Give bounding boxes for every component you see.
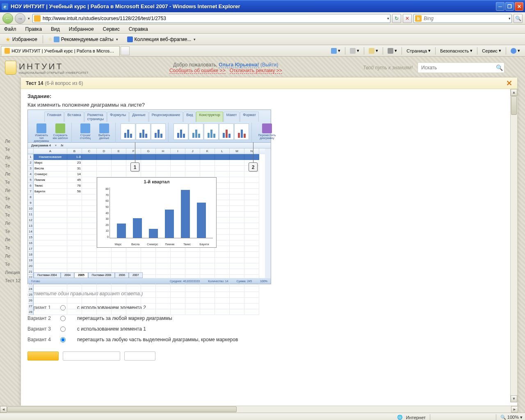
test-title: Тест 14 bbox=[26, 80, 43, 86]
modal-close-button[interactable]: ✕ bbox=[506, 79, 512, 88]
new-tab-button[interactable] bbox=[121, 46, 130, 55]
switch-icon bbox=[80, 123, 90, 133]
grid-icon bbox=[99, 123, 109, 133]
feeds-button[interactable]: ▾ bbox=[348, 47, 361, 55]
logout-link[interactable]: (Выйти) bbox=[260, 62, 278, 68]
site-logo[interactable]: ИНТУИТНАЦИОНАЛЬНЫЙ ОТКРЫТЫЙ УНИВЕРСИТЕТ bbox=[5, 61, 89, 75]
search-input[interactable] bbox=[423, 15, 508, 22]
scroll-right[interactable]: ► bbox=[511, 406, 518, 413]
address-bar[interactable]: ▾ bbox=[32, 14, 390, 23]
help-button[interactable]: ▾ bbox=[509, 47, 522, 55]
menu-file[interactable]: Файл bbox=[3, 25, 17, 33]
embedded-chart[interactable]: 1-й квартал 01020304050607080 МарсВислаС… bbox=[97, 177, 217, 248]
fav-item-2[interactable]: Коллекция веб-фрагме...▾ bbox=[124, 35, 200, 43]
welcome-text: Добро пожаловать, bbox=[173, 62, 219, 68]
search-icon[interactable]: 🔍 bbox=[494, 64, 504, 71]
star-icon: ★ bbox=[5, 36, 11, 43]
site-header: ИНТУИТНАЦИОНАЛЬНЫЙ ОТКРЫТЫЙ УНИВЕРСИТЕТ … bbox=[0, 57, 525, 76]
mail-button[interactable]: ▾ bbox=[367, 47, 380, 55]
radio-option-4[interactable] bbox=[60, 337, 66, 342]
question-counter: (6-й вопрос из 6) bbox=[45, 80, 83, 86]
go-button[interactable]: ↻ bbox=[392, 14, 401, 23]
chart-title: 1-й квартал bbox=[97, 178, 216, 186]
back-button[interactable]: ← bbox=[2, 13, 13, 24]
radio-option-3[interactable] bbox=[60, 326, 66, 332]
command-bar: ▾ ▾ ▾ ▾ Страница▾ Безопасность▾ Сервис▾ … bbox=[329, 47, 524, 55]
favorites-button[interactable]: ★Избранное bbox=[2, 35, 40, 44]
menu-view[interactable]: Вид bbox=[50, 25, 61, 33]
test-modal: Тест 14 (6-й вопрос из 6) ✕ Задание: Как… bbox=[21, 77, 518, 411]
site-motto: Твой путь к знаниям! bbox=[363, 65, 413, 71]
page-menu[interactable]: Страница▾ bbox=[405, 47, 432, 54]
search-bar[interactable]: b ▾ bbox=[413, 14, 512, 23]
safety-menu[interactable]: Безопасность▾ bbox=[438, 47, 474, 54]
zoom-dropdown[interactable]: 🔍 100% ▾ bbox=[500, 415, 523, 420]
name-box[interactable]: Диаграмма 4 bbox=[31, 144, 51, 147]
url-dropdown[interactable]: ▾ bbox=[386, 16, 390, 21]
star-icon: ☆ bbox=[48, 37, 52, 41]
save-template[interactable]: Сохранить как шаблон bbox=[52, 123, 69, 139]
excel-statusbar: Готово Среднее: 40,83333333 Количество: … bbox=[28, 278, 271, 284]
modal-header: Тест 14 (6-й вопрос из 6) ✕ bbox=[21, 78, 517, 89]
user-link[interactable]: Ольга Юрьевна! bbox=[219, 62, 259, 68]
save-icon bbox=[55, 123, 65, 133]
button-3[interactable] bbox=[124, 352, 155, 361]
scroll-down[interactable]: ▼ bbox=[511, 395, 517, 402]
window-title: НОУ ИНТУИТ | Учебный курс | Работа в Mic… bbox=[11, 3, 496, 9]
url-input[interactable] bbox=[42, 15, 386, 22]
worksheet[interactable]: ABCDEFGHIJKLMN 1Наименование товара1-й к… bbox=[28, 148, 265, 278]
browser-tab[interactable]: НОУ ИНТУИТ | Учебный курс | Работа в Mic… bbox=[1, 46, 120, 56]
bing-icon: b bbox=[415, 15, 422, 22]
page-favicon bbox=[34, 15, 41, 22]
chart-layouts[interactable] bbox=[121, 123, 166, 140]
zone-label: Интернет bbox=[406, 415, 426, 420]
menu-tools[interactable]: Сервис bbox=[102, 25, 121, 33]
search-dropdown[interactable]: ▾ bbox=[508, 16, 511, 21]
button-2[interactable] bbox=[63, 352, 120, 361]
globe-icon: 🌐 bbox=[397, 415, 403, 420]
disable-ads-link[interactable]: Отключить рекламу >> bbox=[230, 68, 282, 74]
question-text: Как изменить положение диаграммы на лист… bbox=[27, 102, 511, 108]
scroll-left[interactable]: ◄ bbox=[0, 406, 7, 413]
window-close-button[interactable]: ✕ bbox=[515, 2, 523, 11]
site-search-input[interactable] bbox=[418, 63, 494, 72]
switch-row-col[interactable]: Строка/столбец bbox=[77, 123, 94, 139]
logo-mark bbox=[5, 61, 16, 75]
submit-button[interactable] bbox=[27, 352, 59, 361]
report-error-link[interactable]: Сообщить об ошибке >> bbox=[169, 68, 226, 74]
scroll-up[interactable]: ▲ bbox=[511, 89, 517, 96]
rss-icon bbox=[350, 48, 356, 54]
h-scroll-thumb[interactable] bbox=[7, 406, 237, 412]
window-titlebar: e НОУ ИНТУИТ | Учебный курс | Работа в M… bbox=[0, 0, 525, 12]
search-go-button[interactable]: 🔍 bbox=[514, 14, 523, 23]
scroll-thumb[interactable] bbox=[511, 96, 517, 115]
fav-item-1[interactable]: ☆Рекомендуемые сайты▾ bbox=[46, 35, 122, 43]
menu-edit[interactable]: Правка bbox=[25, 25, 43, 33]
home-button[interactable]: ▾ bbox=[329, 47, 342, 55]
site-search[interactable]: 🔍 bbox=[418, 62, 504, 73]
menu-favorites[interactable]: Избранное bbox=[68, 25, 95, 33]
task-heading: Задание: bbox=[27, 93, 511, 99]
select-data[interactable]: Выбрать данные bbox=[96, 123, 113, 139]
maximize-button[interactable]: ❐ bbox=[505, 2, 514, 11]
forward-button[interactable]: → bbox=[15, 13, 25, 24]
tools-menu[interactable]: Сервис▾ bbox=[480, 47, 503, 54]
page-h-scrollbar[interactable]: ◄ ► bbox=[0, 406, 518, 413]
chart-styles[interactable] bbox=[173, 123, 249, 140]
answer-option[interactable]: Вариант 3с использованием элемента 1 bbox=[27, 324, 511, 334]
home-icon bbox=[331, 48, 337, 54]
print-button[interactable]: ▾ bbox=[386, 47, 399, 55]
answer-option[interactable]: Вариант 4перетащить за любую часть выдел… bbox=[27, 334, 511, 345]
change-chart-type[interactable]: Изменить тип диаграммы bbox=[33, 123, 50, 142]
move-chart[interactable]: Переместить диаграмму bbox=[257, 123, 277, 139]
history-dropdown[interactable]: ▾ bbox=[27, 16, 31, 21]
move-icon bbox=[262, 123, 272, 133]
modal-body[interactable]: Задание: Как изменить положение диаграмм… bbox=[21, 89, 517, 411]
printer-icon bbox=[388, 48, 393, 54]
stop-button[interactable]: ✕ bbox=[403, 14, 412, 23]
radio-option-2[interactable] bbox=[60, 316, 66, 321]
modal-v-scrollbar[interactable]: ▲ ▼ bbox=[510, 89, 517, 402]
minimize-button[interactable]: ─ bbox=[496, 2, 504, 11]
menu-help[interactable]: Справка bbox=[128, 25, 149, 33]
sheet-tabs[interactable]: Поставки 200420042005Поставки 2006200620… bbox=[34, 272, 143, 278]
